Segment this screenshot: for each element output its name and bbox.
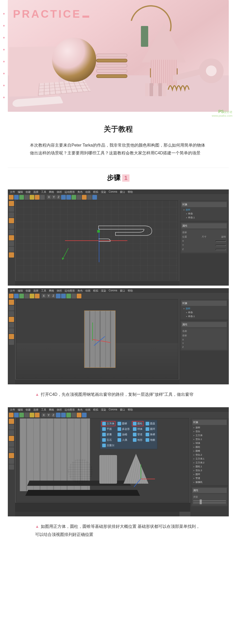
left-tool-icon[interactable] [9, 229, 14, 235]
menu-item[interactable]: 体积 [57, 190, 62, 193]
menu-item[interactable]: 网格 [49, 289, 54, 292]
toolbar-icon[interactable] [24, 294, 29, 298]
menu-item[interactable]: 编辑 [18, 190, 23, 193]
c4d-right-panel[interactable]: 对象 放样 样条 样条.1 属性 坐标 位置尺寸旋转 X Y Z [179, 189, 229, 286]
attributes-panel[interactable]: 属性 名称 坐标 X Y Z [180, 321, 228, 351]
menu-item[interactable]: 窗口 [120, 289, 125, 292]
sphere-mesh[interactable] [68, 459, 93, 484]
left-tool-icon[interactable] [9, 247, 14, 252]
menu-item[interactable]: 体积 [57, 408, 62, 411]
left-tool-icon[interactable] [9, 252, 14, 258]
tree-item[interactable]: 管道 [192, 476, 227, 480]
c4d-right-panel[interactable]: 对象 放样空白立方体空白.1球体圆柱圆锥空白.2立方体.1立方体.2圆柱.1空白… [190, 407, 229, 516]
tree-item[interactable]: 空白.1 [192, 437, 227, 441]
curtain-mesh[interactable] [84, 311, 115, 368]
left-tool-icon[interactable] [9, 323, 14, 328]
left-tool-icon[interactable] [9, 464, 14, 470]
left-tool-icon[interactable] [9, 311, 14, 316]
attr-input[interactable] [216, 249, 226, 250]
left-tool-icon[interactable] [9, 235, 14, 240]
toolbar-icon[interactable] [56, 413, 61, 417]
tree-item[interactable]: 立方体 [192, 433, 227, 437]
attr-slider[interactable] [193, 502, 226, 503]
attributes-panel[interactable]: 属性 类型 [191, 487, 228, 506]
menu-item[interactable]: 创建 [25, 289, 31, 292]
menu-item[interactable]: 网格 [49, 408, 54, 411]
xyz-toggle[interactable]: XYZ [42, 413, 55, 417]
toolbar-icon[interactable] [77, 195, 81, 200]
primitive-menu-item[interactable]: 圆盘 [145, 421, 156, 426]
left-tool-icon[interactable] [9, 224, 14, 229]
left-tool-icon[interactable] [9, 453, 14, 458]
primitive-menu-item[interactable]: 胶囊 [101, 432, 115, 437]
menu-item[interactable]: 帮助 [128, 190, 133, 193]
menu-item[interactable]: 选择 [33, 408, 38, 411]
tree-item[interactable]: 圆锥 [192, 449, 227, 453]
menu-item[interactable]: 角色 [77, 408, 83, 411]
toolbar-icon[interactable] [87, 195, 92, 200]
menu-item[interactable]: 运动图形 [64, 289, 75, 292]
menu-item[interactable]: 窗口 [120, 190, 125, 193]
tree-item[interactable]: 球体 [192, 441, 227, 445]
toolbar-icon[interactable] [35, 294, 40, 298]
tree-item-loft[interactable]: 放样 [181, 307, 227, 311]
left-tool-icon[interactable] [9, 328, 14, 333]
left-tool-icon[interactable] [9, 334, 14, 339]
c4d-left-toolbar[interactable] [8, 189, 15, 286]
menu-item[interactable]: 动画 [85, 190, 90, 193]
tree-item[interactable]: 放样 [192, 426, 227, 430]
toolbar-icon[interactable] [77, 294, 81, 298]
toolbar-icon[interactable] [14, 195, 19, 200]
menu-item[interactable]: 模拟 [93, 190, 98, 193]
menu-item[interactable]: 角色 [77, 289, 83, 292]
toolbar-icon[interactable] [72, 294, 76, 298]
xyz-toggle[interactable]: XYZ [42, 294, 55, 298]
tree-item-spline[interactable]: 样条.1 [181, 216, 227, 220]
primitive-menu-item[interactable]: 圆环 [145, 427, 156, 431]
tree-item[interactable]: 摄像机 [192, 480, 227, 484]
toolbar-icon[interactable] [14, 413, 19, 417]
left-tool-icon[interactable] [9, 300, 14, 305]
tree-item-spline[interactable]: 样条 [181, 311, 227, 314]
menu-item[interactable]: 工具 [41, 289, 46, 292]
c4d-left-toolbar[interactable] [8, 288, 15, 384]
menu-item[interactable]: Corona [109, 289, 117, 292]
tree-item-spline[interactable]: 样条 [181, 212, 227, 216]
menu-item[interactable]: 角色 [77, 190, 83, 193]
toolbar-icon[interactable] [30, 294, 34, 298]
menu-item[interactable]: 工具 [41, 408, 46, 411]
c4d-left-toolbar[interactable] [8, 407, 15, 516]
tree-item[interactable]: 圆环 [192, 472, 227, 476]
primitive-menu-item[interactable]: 圆锥 [117, 421, 131, 426]
attr-input[interactable] [216, 245, 226, 246]
left-tool-icon[interactable] [9, 447, 14, 452]
primitive-menu-item[interactable]: 球体 [132, 427, 143, 431]
c4d-viewport-persp[interactable] [16, 299, 178, 379]
menu-item[interactable]: 窗口 [120, 408, 125, 411]
c4d-menubar[interactable]: 文件编辑创建选择工具网格体积运动图形角色动画模拟渲染Corona窗口帮助 [8, 407, 229, 412]
toolbar-icon[interactable] [56, 294, 61, 298]
c4d-toolbar[interactable]: XYZ [8, 293, 229, 299]
primitive-menu-item[interactable]: 人偶 [117, 438, 131, 442]
gizmo-y-axis-icon[interactable] [141, 464, 141, 479]
menu-item[interactable]: 帮助 [128, 408, 133, 411]
attr-slider[interactable] [193, 500, 226, 501]
primitive-dropdown-icon[interactable] [82, 413, 87, 417]
toolbar-icon[interactable] [30, 413, 34, 417]
menu-item[interactable]: 模拟 [93, 289, 98, 292]
toolbar-icon[interactable] [19, 413, 24, 417]
toolbar-icon[interactable] [92, 195, 97, 200]
menu-item[interactable]: 动画 [85, 289, 90, 292]
objects-panel[interactable]: 对象 放样空白立方体空白.1球体圆柱圆锥空白.2立方体.1立方体.2圆柱.1空白… [191, 419, 228, 485]
menu-item[interactable]: 运动图形 [64, 190, 75, 193]
toolbar-icon[interactable] [35, 413, 40, 417]
menu-item[interactable]: 文件 [10, 190, 15, 193]
menu-item[interactable]: 创建 [25, 408, 31, 411]
cylinder-mesh[interactable] [99, 455, 117, 484]
toolbar-icon[interactable] [24, 413, 29, 417]
primitive-menu-item[interactable]: 多边形 [117, 427, 131, 431]
left-tool-icon[interactable] [9, 459, 14, 464]
c4d-menubar[interactable]: 文件编辑创建选择工具网格体积运动图形角色动画模拟渲染Corona窗口帮助 [8, 189, 229, 194]
left-tool-icon[interactable] [9, 305, 14, 311]
menu-item[interactable]: 选择 [33, 190, 38, 193]
